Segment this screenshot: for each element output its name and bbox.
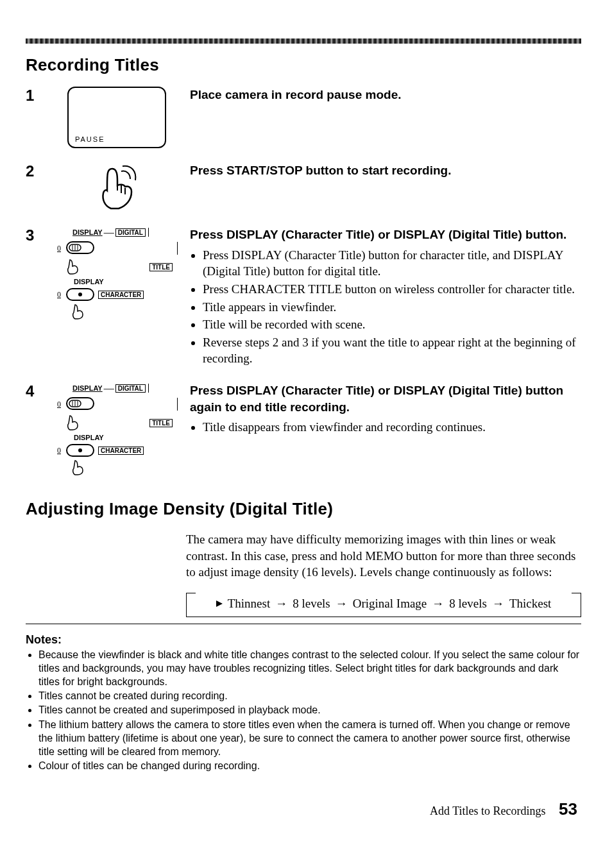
arrow-icon: → xyxy=(492,597,504,611)
label-display: DISPLAY xyxy=(74,278,104,285)
step-1: 1 PAUSE Place camera in record pause mod… xyxy=(26,87,581,148)
density-flow-diagram: Thinnest → 8 levels → Original Image → 8… xyxy=(186,593,581,617)
step-bullets: Press DISPLAY (Character Title) button f… xyxy=(190,247,581,367)
hand-press-icon xyxy=(94,162,139,212)
hand-press-small-icon xyxy=(65,414,80,431)
horizontal-rule xyxy=(26,624,581,624)
section-title-recording-titles: Recording Titles xyxy=(26,55,581,75)
label-display: DISPLAY xyxy=(74,434,104,441)
note-item: Because the viewfinder is black and whit… xyxy=(38,648,581,688)
step-heading: Press START/STOP button to start recordi… xyxy=(190,162,581,179)
hand-press-small-icon xyxy=(70,459,85,476)
note-item: Titles cannot be created during recordin… xyxy=(38,689,581,702)
page-footer: Add Titles to Recordings 53 xyxy=(26,799,581,819)
svg-point-13 xyxy=(78,448,82,452)
flow-thickest: Thickest xyxy=(509,597,551,611)
bullet-item: Title disappears from viewfinder and rec… xyxy=(203,419,581,436)
flow-levels: 8 levels xyxy=(449,597,487,611)
hand-press-small-icon xyxy=(70,303,85,320)
step-heading: Press DISPLAY (Character Title) or DISPL… xyxy=(190,226,581,243)
hand-press-small-icon xyxy=(65,259,80,275)
step-number: 1 xyxy=(26,87,44,103)
page-number: 53 xyxy=(559,799,577,819)
bullet-item: Press CHARACTER TITLE button on wireless… xyxy=(203,281,581,298)
display-buttons-figure: DISPLAY — DIGITAL 0 xyxy=(56,226,178,321)
step-number: 3 xyxy=(26,226,44,243)
viewfinder-illustration: PAUSE xyxy=(67,87,166,148)
bullet-item: Press DISPLAY (Character Title) button f… xyxy=(203,247,581,280)
display-buttons-figure: DISPLAY — DIGITAL 0 xyxy=(56,382,178,477)
notes-heading: Notes: xyxy=(26,633,581,647)
note-item: The lithium battery allows the camera to… xyxy=(38,718,581,758)
label-zero: 0 xyxy=(56,400,62,409)
label-title: TITLE xyxy=(149,419,173,427)
flow-levels: 8 levels xyxy=(293,597,330,611)
label-zero: 0 xyxy=(56,446,62,455)
label-digital: DIGITAL xyxy=(115,384,146,393)
label-title: TITLE xyxy=(149,263,173,271)
step-heading: Place camera in record pause mode. xyxy=(190,87,581,103)
slider-switch-icon xyxy=(66,287,94,302)
arrow-icon: → xyxy=(432,597,444,611)
step-2: 2 Press START/STOP button to start recor… xyxy=(26,162,581,212)
step-bullets: Title disappears from viewfinder and rec… xyxy=(190,419,581,436)
density-paragraph: The camera may have difficulty memorizin… xyxy=(186,531,581,581)
label-zero: 0 xyxy=(56,244,62,253)
flow-thinnest: Thinnest xyxy=(228,597,271,611)
svg-point-6 xyxy=(78,293,82,296)
step-number: 2 xyxy=(26,162,44,179)
label-character: CHARACTER xyxy=(98,447,144,455)
slider-switch-icon xyxy=(66,443,94,458)
steps-list: 1 PAUSE Place camera in record pause mod… xyxy=(26,87,581,477)
viewfinder-pause-label: PAUSE xyxy=(75,135,105,143)
step-3: 3 DISPLAY — DIGITAL 0 xyxy=(26,226,581,368)
bullet-item: Title will be recorded with scene. xyxy=(203,316,581,333)
flow-original: Original Image xyxy=(353,597,427,611)
label-character: CHARACTER xyxy=(98,291,144,299)
note-item: Colour of titles can be changed during r… xyxy=(38,759,581,772)
step-4: 4 DISPLAY — DIGITAL 0 xyxy=(26,382,581,477)
label-zero: 0 xyxy=(56,290,62,300)
step-number: 4 xyxy=(26,382,44,399)
note-item: Titles cannot be created and superimpose… xyxy=(38,703,581,717)
footer-caption: Add Titles to Recordings xyxy=(430,804,546,817)
arrow-icon: → xyxy=(275,597,287,611)
slider-switch-icon xyxy=(66,239,94,257)
bullet-item: Reverse steps 2 and 3 if you want the ti… xyxy=(203,334,581,367)
decorative-noise-bar xyxy=(26,38,581,44)
section-title-density: Adjusting Image Density (Digital Title) xyxy=(26,499,581,519)
label-digital: DIGITAL xyxy=(115,228,146,237)
label-display: DISPLAY xyxy=(72,228,103,236)
arrow-icon xyxy=(216,600,223,607)
step-heading: Press DISPLAY (Character Title) or DISPL… xyxy=(190,382,581,415)
slider-switch-icon xyxy=(66,395,94,413)
arrow-icon: → xyxy=(336,597,348,611)
notes-list: Because the viewfinder is black and whit… xyxy=(28,648,581,772)
label-display: DISPLAY xyxy=(72,384,103,392)
bullet-item: Title appears in viewfinder. xyxy=(203,299,581,316)
